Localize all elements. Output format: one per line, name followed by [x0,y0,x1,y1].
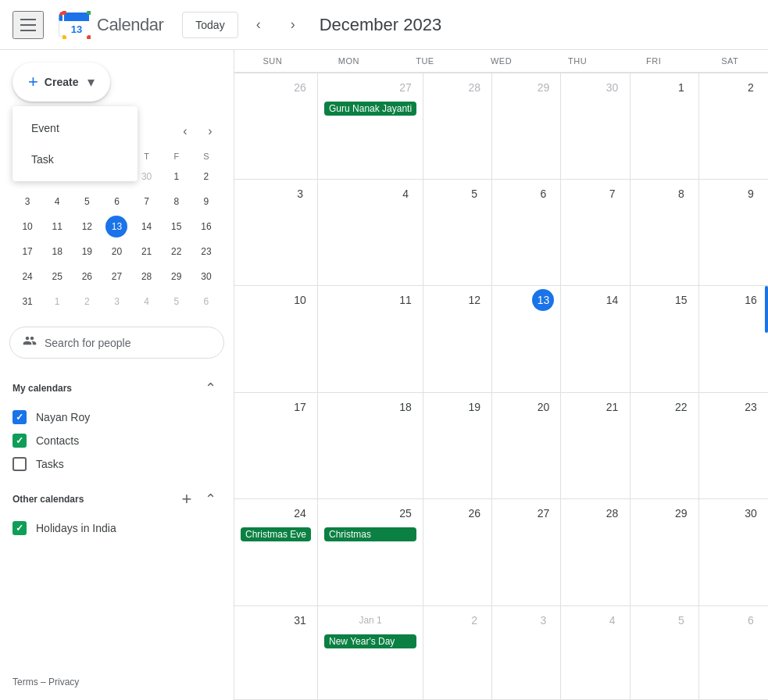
calendar-cell[interactable]: 5 [630,606,699,700]
calendar-cell[interactable]: 8 [630,180,699,287]
calendar-event[interactable]: Christmas Eve [241,527,311,541]
mini-cal-day[interactable]: 14 [132,214,162,239]
calendar-cell[interactable]: 22 [630,393,699,500]
calendar-cell[interactable]: 17 [234,393,318,500]
mini-cal-day[interactable]: 6 [102,189,131,214]
mini-cal-day[interactable]: 13 [102,214,131,239]
calendar-cell[interactable]: 2 [423,606,492,700]
calendar-cell[interactable]: 28 [423,73,492,180]
mini-cal-day[interactable]: 28 [132,264,162,289]
menu-button[interactable] [13,11,44,39]
calendar-cell[interactable]: 18 [318,393,423,500]
mini-cal-day[interactable]: 26 [72,264,102,289]
mini-cal-day[interactable]: 29 [162,264,191,289]
mini-cal-day[interactable]: 9 [191,189,221,214]
mini-cal-day[interactable]: 1 [162,164,191,189]
mini-cal-day[interactable]: 3 [13,189,42,214]
mini-cal-day[interactable]: 6 [191,289,221,314]
calendar-cell[interactable]: Jan 1New Year's Day [318,606,423,700]
mini-cal-day[interactable]: 4 [42,189,72,214]
create-event-item[interactable]: Event [13,112,138,144]
mini-cal-next-button[interactable]: › [199,120,221,142]
calendar-cell[interactable]: 25Christmas [318,499,423,606]
mini-cal-day[interactable]: 5 [72,189,102,214]
mini-cal-day[interactable]: 7 [132,189,162,214]
mini-cal-day[interactable]: 2 [191,164,221,189]
calendar-cell[interactable]: 23 [699,393,768,500]
create-task-item[interactable]: Task [13,144,138,175]
mini-cal-day[interactable]: 10 [13,214,42,239]
mini-cal-day[interactable]: 5 [162,289,191,314]
calendar-event[interactable]: Christmas [324,527,416,541]
mini-cal-prev-button[interactable]: ‹ [174,120,196,142]
my-calendars-header[interactable]: My calendars ⌃ [13,371,221,405]
today-button[interactable]: Today [182,12,238,38]
calendar-cell[interactable]: 10 [234,286,318,393]
calendar-cell[interactable]: 28 [561,499,630,606]
calendar-cell[interactable]: 19 [423,393,492,500]
add-calendar-button[interactable]: + [176,488,198,510]
calendar-item-tasks[interactable]: Tasks [13,452,221,476]
mini-cal-day[interactable]: 22 [162,239,191,264]
calendar-cell[interactable]: 20 [492,393,561,500]
calendar-cell[interactable]: 9 [699,180,768,287]
mini-cal-day[interactable]: 3 [102,289,131,314]
calendar-cell[interactable]: 15 [630,286,699,393]
mini-cal-day[interactable]: 18 [42,239,72,264]
calendar-cell[interactable]: 4 [318,180,423,287]
calendar-cell[interactable]: 6 [492,180,561,287]
calendar-cell[interactable]: 16 [699,286,768,393]
terms-link[interactable]: Terms [13,677,38,688]
mini-cal-day[interactable]: 24 [13,264,42,289]
mini-cal-day[interactable]: 2 [72,289,102,314]
calendar-cell[interactable]: 27 [492,499,561,606]
mini-cal-day[interactable]: 30 [191,264,221,289]
mini-cal-day[interactable]: 20 [102,239,131,264]
calendar-cell[interactable]: 1 [630,73,699,180]
mini-cal-day[interactable]: 21 [132,239,162,264]
calendar-cell[interactable]: 13 [492,286,561,393]
next-month-button[interactable]: › [279,11,307,39]
mini-cal-day[interactable]: 25 [42,264,72,289]
calendar-item-holidays[interactable]: ✓ Holidays in India [13,516,221,540]
calendar-cell[interactable]: 24Christmas Eve [234,499,318,606]
calendar-cell[interactable]: 30 [699,499,768,606]
calendar-cell[interactable]: 7 [561,180,630,287]
calendar-cell[interactable]: 30 [561,73,630,180]
calendar-cell[interactable]: 5 [423,180,492,287]
mini-cal-day[interactable]: 12 [72,214,102,239]
calendar-cell[interactable]: 2 [699,73,768,180]
mini-cal-day[interactable]: 8 [162,189,191,214]
calendar-cell[interactable]: 31 [234,606,318,700]
calendar-cell[interactable]: 4 [561,606,630,700]
calendar-item-contacts[interactable]: ✓ Contacts [13,429,221,452]
search-people-input[interactable]: Search for people [9,327,224,359]
mini-cal-day[interactable]: 19 [72,239,102,264]
mini-cal-day[interactable]: 1 [42,289,72,314]
other-calendars-collapse-button[interactable]: ⌃ [199,488,221,510]
calendar-cell[interactable]: 29 [630,499,699,606]
mini-cal-day[interactable]: 27 [102,264,131,289]
calendar-cell[interactable]: 29 [492,73,561,180]
calendar-cell[interactable]: 12 [423,286,492,393]
calendar-cell[interactable]: 6 [699,606,768,700]
calendar-event[interactable]: New Year's Day [324,634,416,648]
mini-cal-day[interactable]: 16 [191,214,221,239]
calendar-cell[interactable]: 14 [561,286,630,393]
my-calendars-collapse-button[interactable]: ⌃ [199,377,221,399]
create-button[interactable]: + Create ▾ [13,62,110,102]
mini-cal-day[interactable]: 23 [191,239,221,264]
calendar-cell[interactable]: 26 [234,73,318,180]
mini-cal-day[interactable]: 4 [132,289,162,314]
calendar-cell[interactable]: 27Guru Nanak Jayanti [318,73,423,180]
mini-cal-day[interactable]: 31 [13,289,42,314]
calendar-cell[interactable]: 11 [318,286,423,393]
calendar-cell[interactable]: 3 [492,606,561,700]
mini-cal-day[interactable]: 17 [13,239,42,264]
mini-cal-day[interactable]: 15 [162,214,191,239]
calendar-event[interactable]: Guru Nanak Jayanti [324,102,416,116]
calendar-cell[interactable]: 21 [561,393,630,500]
mini-cal-day[interactable]: 11 [42,214,72,239]
calendar-item-nayan[interactable]: ✓ Nayan Roy [13,405,221,429]
privacy-link[interactable]: Privacy [48,677,79,688]
